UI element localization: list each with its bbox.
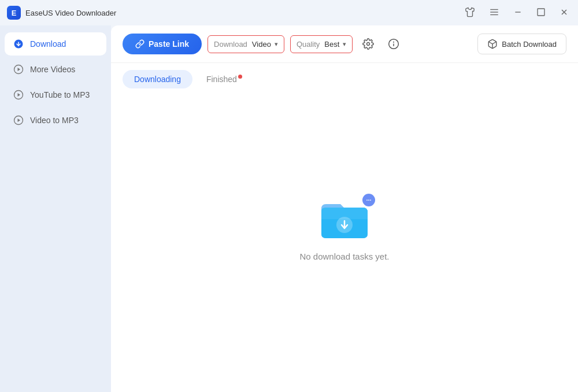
tab-finished[interactable]: Finished: [195, 70, 254, 88]
svg-marker-12: [18, 93, 21, 97]
menu-button[interactable]: [487, 5, 502, 21]
tab-downloading-label: Downloading: [134, 75, 181, 84]
tabs-bar: Downloading Finished: [111, 63, 578, 88]
folder-icon-wrapper: ···: [318, 196, 370, 242]
svg-rect-4: [538, 9, 544, 16]
toolbar: Paste Link Download Video ▾ Quality Best…: [111, 25, 578, 63]
tab-finished-label: Finished: [206, 75, 237, 84]
close-button[interactable]: [557, 5, 571, 21]
info-button[interactable]: [384, 34, 403, 54]
sidebar-label-download: Download: [30, 39, 66, 49]
download-type-dropdown[interactable]: Download Video ▾: [208, 35, 284, 53]
sidebar-label-youtube-to-mp3: YouTube to MP3: [30, 90, 90, 99]
empty-state-text: No download tasks yet.: [299, 252, 389, 261]
youtube-to-mp3-icon: [13, 89, 24, 101]
quality-value: Best: [324, 40, 339, 49]
sidebar: Download More Videos YouTube to MP3: [0, 25, 111, 392]
minimize-button[interactable]: [511, 5, 525, 21]
paste-link-button[interactable]: Paste Link: [123, 34, 202, 54]
video-to-mp3-icon: [13, 114, 24, 126]
sidebar-item-download[interactable]: Download: [5, 32, 106, 56]
title-bar: E EaseUS Video Downloader: [0, 0, 578, 25]
sidebar-item-more-videos[interactable]: More Videos: [5, 58, 106, 81]
settings-button[interactable]: [358, 34, 378, 54]
sidebar-label-video-to-mp3: Video to MP3: [30, 116, 79, 125]
tab-downloading[interactable]: Downloading: [123, 70, 192, 88]
empty-state: ··· No download tasks yet.: [111, 88, 578, 392]
maximize-button[interactable]: [534, 5, 548, 21]
svg-point-15: [367, 43, 370, 46]
quality-prefix: Quality: [297, 40, 320, 49]
sidebar-label-more-videos: More Videos: [30, 65, 75, 74]
batch-download-button[interactable]: Batch Download: [477, 34, 566, 54]
download-type-value: Video: [252, 40, 271, 49]
shirt-button[interactable]: [462, 5, 477, 21]
finished-badge: [238, 75, 242, 79]
title-bar-controls: [462, 5, 571, 21]
download-type-chevron: ▾: [275, 40, 278, 48]
svg-marker-10: [18, 68, 21, 71]
main-layout: Download More Videos YouTube to MP3: [0, 25, 578, 392]
download-type-prefix: Download: [214, 40, 247, 49]
quality-dropdown[interactable]: Quality Best ▾: [290, 35, 353, 53]
more-videos-icon: [13, 64, 24, 75]
title-bar-left: E EaseUS Video Downloader: [7, 6, 116, 20]
quality-chevron: ▾: [343, 40, 346, 48]
app-icon: E: [7, 6, 21, 20]
sidebar-item-youtube-to-mp3[interactable]: YouTube to MP3: [5, 83, 106, 106]
app-title: EaseUS Video Downloader: [25, 9, 116, 17]
folder-notification-dot: ···: [362, 194, 375, 206]
download-icon: [13, 38, 24, 50]
svg-marker-14: [18, 119, 21, 122]
sidebar-item-video-to-mp3[interactable]: Video to MP3: [5, 109, 106, 132]
batch-download-label: Batch Download: [502, 40, 557, 49]
content-area: Paste Link Download Video ▾ Quality Best…: [111, 25, 578, 392]
paste-link-label: Paste Link: [149, 39, 189, 49]
